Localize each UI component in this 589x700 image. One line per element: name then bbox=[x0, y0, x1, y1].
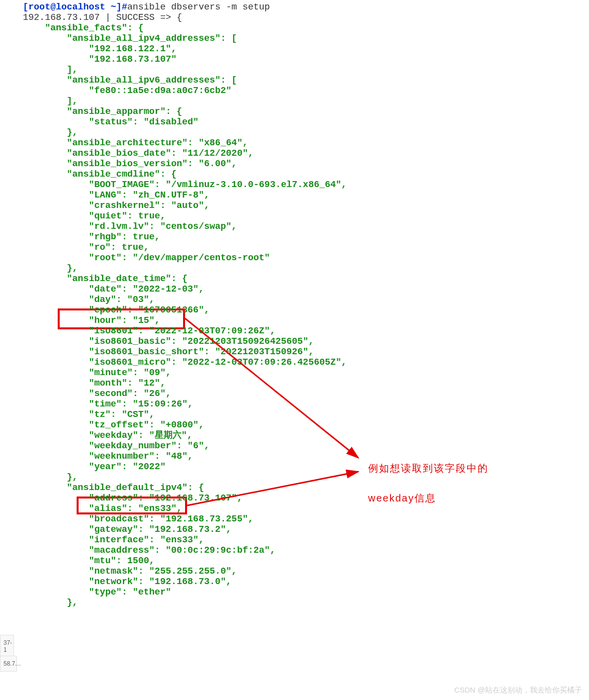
shell-command: ansible dbservers -m setup bbox=[127, 2, 270, 12]
shell-prompt: [root@localhost ~]# bbox=[23, 2, 127, 12]
ansible-json-output: "ansible_facts": { "ansible_all_ipv4_add… bbox=[23, 23, 347, 608]
terminal-output[interactable]: [root@localhost ~]#ansible dbservers -m … bbox=[0, 0, 589, 608]
sidebar-fragment-2: 58.7… bbox=[0, 656, 17, 672]
csdn-watermark: CSDN @站在这别动，我去给你买橘子 bbox=[454, 686, 582, 695]
result-header: 192.168.73.107 | SUCCESS => { bbox=[23, 12, 182, 23]
annotation-text-1: 例如想读取到该字段中的 bbox=[368, 462, 489, 475]
annotation-text-2: weekday信息 bbox=[368, 492, 436, 505]
sidebar-fragment-1: 37-1 bbox=[0, 635, 14, 658]
